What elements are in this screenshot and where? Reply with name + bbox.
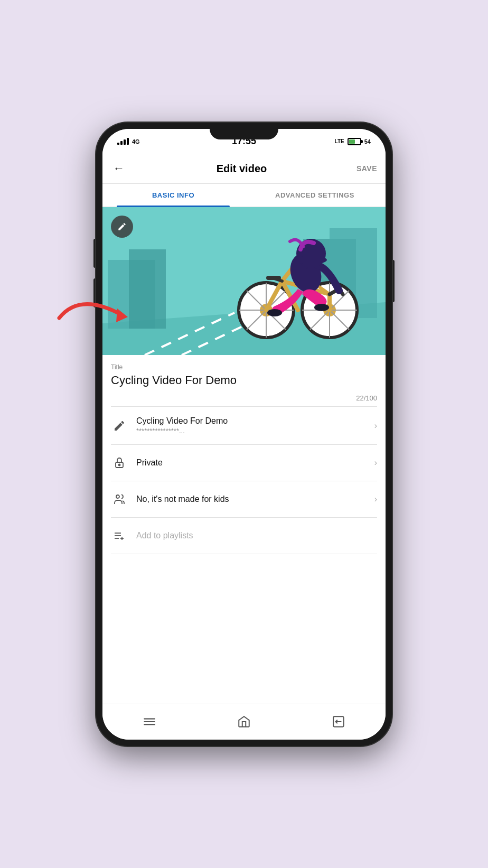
back-button[interactable]: ← (111, 160, 127, 178)
char-count: 22/100 (102, 392, 386, 406)
chevron-right-icon: › (374, 421, 377, 431)
svg-point-35 (314, 304, 329, 311)
pencil-icon (111, 417, 128, 434)
svg-rect-30 (266, 276, 281, 280)
svg-point-33 (295, 256, 327, 264)
audience-title: No, it's not made for kids (136, 494, 374, 504)
tab-advanced-settings[interactable]: ADVANCED SETTINGS (244, 184, 386, 207)
page-title: Edit video (217, 163, 267, 175)
bottom-nav (102, 704, 386, 740)
home-button[interactable] (231, 711, 257, 732)
video-thumbnail (102, 207, 386, 355)
title-section: Title Cycling Video For Demo (102, 355, 386, 393)
battery-pct: 54 (364, 138, 371, 145)
menu-button[interactable] (136, 711, 163, 732)
playlist-add-icon (111, 527, 128, 544)
tab-bar: BASIC INFO ADVANCED SETTINGS (102, 184, 386, 207)
signal-icon (117, 138, 129, 145)
description-content: Cycling Video For Demo ****************.… (136, 416, 374, 435)
content-area: Title Cycling Video For Demo 22/100 Cycl… (102, 207, 386, 704)
chevron-right-icon-2: › (374, 458, 377, 468)
svg-point-37 (119, 464, 120, 466)
description-item[interactable]: Cycling Video For Demo ****************.… (102, 407, 386, 444)
audience-item[interactable]: No, it's not made for kids › (102, 481, 386, 517)
visibility-item[interactable]: Private › (102, 445, 386, 481)
save-button[interactable]: SAVE (356, 164, 377, 173)
tab-basic-info[interactable]: BASIC INFO (102, 184, 244, 207)
svg-point-34 (267, 309, 282, 316)
svg-rect-6 (129, 249, 166, 329)
visibility-title: Private (136, 458, 374, 468)
playlist-item[interactable]: Add to playlists › (102, 518, 386, 554)
audience-content: No, it's not made for kids (136, 494, 374, 504)
audience-icon (111, 491, 128, 508)
playlist-placeholder: Add to playlists (136, 531, 374, 540)
title-label: Title (111, 363, 377, 371)
chevron-right-icon-3: › (374, 494, 377, 504)
back-nav-button[interactable] (325, 711, 352, 732)
network-label: 4G (132, 138, 140, 145)
description-title: Cycling Video For Demo (136, 416, 374, 426)
lte-label: LTE (335, 138, 344, 144)
svg-point-38 (116, 495, 119, 498)
title-value[interactable]: Cycling Video For Demo (111, 373, 377, 388)
divider-5 (111, 554, 377, 554)
lock-icon (111, 454, 128, 471)
visibility-content: Private (136, 458, 374, 468)
chevron-right-icon-4: › (374, 531, 377, 540)
app-header: ← Edit video SAVE (102, 154, 386, 184)
edit-thumbnail-button[interactable] (111, 216, 133, 238)
playlist-content: Add to playlists (136, 531, 374, 540)
battery-icon (348, 138, 361, 145)
description-subtitle: ****************... (136, 427, 374, 435)
